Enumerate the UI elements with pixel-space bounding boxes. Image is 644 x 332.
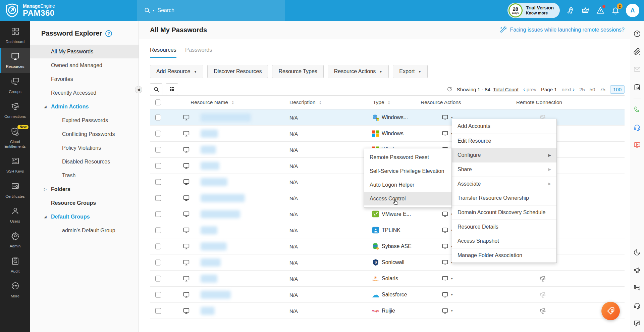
rail-item-certificates[interactable]: Certificates	[0, 178, 30, 202]
table-row[interactable]: N/A ☁Salesforce ▾	[150, 287, 625, 303]
resource-actions-menu-trigger[interactable]: ▾	[442, 243, 453, 250]
table-row[interactable]: N/A RuijieRuijie ▾	[150, 303, 625, 319]
global-search-input[interactable]: ▾ Search	[137, 0, 285, 21]
upgrade-crown-icon[interactable]	[581, 6, 590, 15]
resource-name-redacted[interactable]	[201, 130, 218, 138]
resource-actions-button[interactable]: Resource Actions▼	[328, 65, 389, 78]
rail-item-ssh-keys[interactable]: SSH SSH Keys	[0, 152, 30, 177]
explorer-item-trash[interactable]: Trash	[30, 169, 139, 182]
brand-logo[interactable]: ManageEngine PAM360	[0, 3, 137, 18]
rail-item-connections[interactable]: Connections	[0, 98, 30, 123]
row-checkbox[interactable]	[155, 179, 161, 185]
resource-name-redacted[interactable]	[201, 113, 251, 122]
explorer-item-favorites[interactable]: Favorites	[30, 72, 139, 86]
explorer-item-admin-actions[interactable]: ◢ Admin Actions	[30, 100, 139, 113]
sort-icon[interactable]: ▲▼	[388, 100, 390, 104]
rail-item-cloud-entitlements[interactable]: Cloud Entitlements New	[0, 123, 30, 153]
resource-actions-menu-trigger[interactable]: ▾	[442, 259, 453, 266]
resource-actions-menu-trigger[interactable]: ▾	[442, 211, 453, 218]
rail-item-users[interactable]: Users	[0, 202, 30, 227]
resource-name-redacted[interactable]	[201, 275, 217, 283]
resource-name-redacted[interactable]	[201, 178, 227, 186]
column-type[interactable]: Type▲▼	[373, 99, 390, 105]
rail-item-groups[interactable]: Groups	[0, 73, 30, 98]
resource-name-redacted[interactable]	[201, 146, 216, 154]
resource-name-redacted[interactable]	[201, 210, 240, 218]
explorer-item-admin-s-default-group[interactable]: admin's Default Group	[30, 224, 139, 237]
resource-actions-menu-trigger[interactable]: ▾	[442, 114, 453, 121]
attachment-icon[interactable]	[633, 47, 641, 55]
submenu-item-self-service-privilege-elevation[interactable]: Self-Service Privilege Elevation	[364, 164, 451, 178]
resource-name-redacted[interactable]	[201, 307, 215, 315]
page-size-75[interactable]: 75	[600, 87, 605, 92]
explorer-item-policy-violations[interactable]: Policy Violations	[30, 141, 139, 155]
column-resource-name[interactable]: Resource Name▲▼	[191, 99, 234, 105]
row-checkbox[interactable]	[155, 276, 161, 281]
quick-start-rocket-icon[interactable]	[566, 6, 575, 15]
resource-types-button[interactable]: Resource Types	[272, 65, 323, 78]
submenu-item-remote-password-reset[interactable]: Remote Password Reset	[364, 150, 451, 164]
resource-actions-menu-trigger[interactable]: ▾	[442, 275, 453, 282]
menu-item-resource-details[interactable]: Resource Details	[452, 220, 556, 234]
announcement-icon[interactable]	[633, 266, 641, 274]
menu-item-transfer-resource-ownership[interactable]: Transfer Resource Ownership	[452, 191, 556, 205]
page-size-25[interactable]: 25	[579, 87, 585, 92]
remote-connection-icon[interactable]	[539, 275, 546, 282]
resource-name-redacted[interactable]	[201, 242, 227, 250]
resource-name-redacted[interactable]	[201, 291, 231, 299]
rail-item-resources[interactable]: Resources	[0, 48, 30, 73]
trial-know-more-link[interactable]: Know more	[526, 11, 554, 16]
column-chooser-button[interactable]	[166, 83, 178, 95]
menu-item-manage-folder-association[interactable]: Manage Folder Association	[452, 248, 556, 263]
remote-connection-icon[interactable]	[539, 307, 546, 315]
search-scope-caret-icon[interactable]: ▾	[153, 9, 154, 12]
resource-name-redacted[interactable]	[201, 162, 219, 170]
headset-icon[interactable]	[633, 123, 641, 131]
sort-icon[interactable]: ▲▼	[231, 100, 234, 104]
explorer-item-recently-accessed[interactable]: Recently Accessed	[30, 86, 139, 100]
row-checkbox[interactable]	[155, 227, 161, 233]
resource-actions-menu-trigger[interactable]: ▾	[442, 130, 453, 137]
row-checkbox[interactable]	[155, 211, 161, 217]
resource-name-redacted[interactable]	[201, 258, 221, 267]
explorer-item-expired-passwords[interactable]: Expired Passwords	[30, 113, 139, 127]
remote-sessions-help-link[interactable]: Facing issues while launching remote ses…	[499, 26, 625, 34]
tree-caret-icon[interactable]: ◢	[44, 105, 47, 108]
menu-item-configure[interactable]: Configure ▶	[452, 148, 556, 162]
row-checkbox[interactable]	[155, 114, 161, 120]
row-checkbox[interactable]	[155, 243, 161, 249]
pricing-tag-fab[interactable]	[601, 302, 620, 320]
trial-version-badge[interactable]: 28 Days Trial Version Know more	[507, 3, 560, 18]
row-checkbox[interactable]	[155, 195, 161, 201]
submenu-item-auto-logon-helper[interactable]: Auto Logon Helper	[364, 178, 451, 192]
explorer-item-disabled-resources[interactable]: Disabled Resources	[30, 155, 139, 169]
refresh-icon[interactable]	[446, 86, 452, 93]
discover-resources-button[interactable]: Discover Resources	[207, 65, 268, 78]
resource-actions-menu-trigger[interactable]: ▾	[442, 227, 453, 234]
explorer-item-owned-and-managed[interactable]: Owned and Managed	[30, 58, 139, 72]
session-player-icon[interactable]	[633, 141, 641, 149]
explorer-item-all-my-passwords[interactable]: All My Passwords	[30, 45, 139, 58]
row-checkbox[interactable]	[155, 147, 161, 152]
feedback-icon[interactable]	[633, 319, 641, 327]
tree-caret-icon[interactable]: ▷	[44, 187, 47, 191]
export-button[interactable]: Export▼	[393, 65, 428, 78]
row-checkbox[interactable]	[155, 131, 161, 136]
resource-name-redacted[interactable]	[201, 226, 217, 234]
total-count-link[interactable]: Total Count	[493, 87, 519, 92]
menu-item-edit-resource[interactable]: Edit Resource	[452, 134, 556, 148]
menu-item-add-accounts[interactable]: Add Accounts	[452, 119, 556, 134]
panel-collapse-toggle[interactable]: ◀	[135, 86, 142, 93]
row-checkbox[interactable]	[155, 163, 161, 169]
notifications-bell-icon[interactable]: 2	[611, 6, 620, 15]
row-checkbox[interactable]	[155, 292, 161, 297]
explorer-item-folders[interactable]: ▷ Folders	[30, 182, 139, 196]
rail-item-dashboard[interactable]: Dashboard	[0, 23, 30, 48]
help-icon[interactable]: ?	[633, 30, 641, 38]
explorer-item-resource-groups[interactable]: Resource Groups	[30, 196, 139, 210]
tab-passwords[interactable]: Passwords	[185, 47, 212, 58]
sort-icon[interactable]: ▲▼	[319, 100, 322, 104]
submenu-item-access-control[interactable]: Access Control	[364, 192, 451, 205]
resource-actions-menu-trigger[interactable]: ▾	[442, 307, 453, 314]
rail-item-admin[interactable]: Admin	[0, 227, 30, 252]
